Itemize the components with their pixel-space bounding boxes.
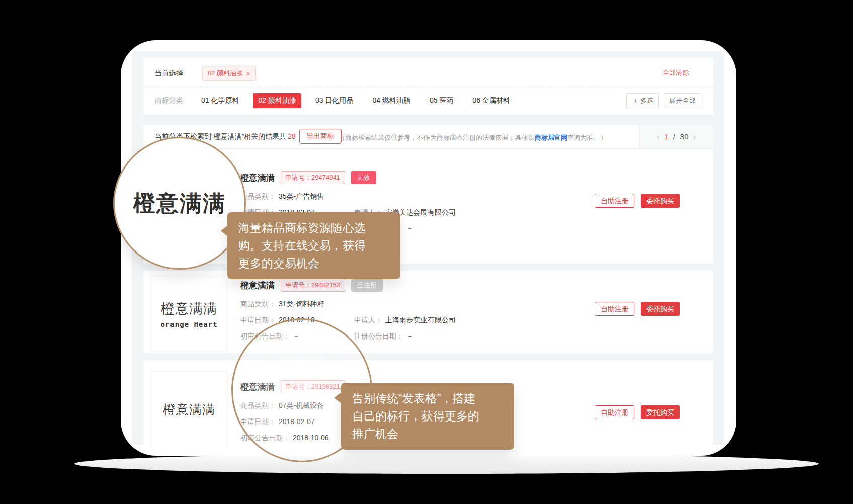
result-row: 橙意满满 orange Heart 橙意满满 申请号：29482153 已注册 … xyxy=(143,271,713,353)
category-item-02-active[interactable]: 02 颜料油漆 xyxy=(253,93,301,108)
window-base-reflection xyxy=(74,454,819,474)
selected-filter-tag[interactable]: 02 颜料油漆 × xyxy=(202,66,256,81)
callout-line: 购。支持在线交易，获得 xyxy=(238,237,389,255)
status-badge: 已注册 xyxy=(351,279,383,292)
callout-line: 海量精品商标资源随心选 xyxy=(238,219,389,237)
multi-select-button[interactable]: ＋ 多选 xyxy=(626,93,659,108)
page-separator: / xyxy=(673,132,675,141)
magnifier-bubble: 橙意满满 xyxy=(113,137,246,270)
trademark-mark-subtext: orange Heart xyxy=(160,320,217,328)
disclaimer-text: （商标检索结果仅供参考，不作为商标能否注册的法律依据；具体以商标局官网查询为准。… xyxy=(338,133,607,142)
trademark-title: 橙意满满 xyxy=(240,172,275,184)
filter-card: 当前选择 02 颜料油漆 × 全部清除 商标分类 01 化学原料 02 颜料油漆… xyxy=(143,58,713,115)
row-actions: 自助注册 委托购买 xyxy=(595,194,680,208)
current-selection-label: 当前选择 xyxy=(155,69,183,78)
page-background: 当前选择 02 颜料油漆 × 全部清除 商标分类 01 化学原料 02 颜料油漆… xyxy=(0,0,853,504)
close-icon[interactable]: × xyxy=(246,70,250,77)
callout-promotion: 告别传统“发表格”，搭建 自己的标行，获得更多的 推广机会 xyxy=(341,383,514,450)
entrust-buy-button[interactable]: 委托购买 xyxy=(641,405,680,419)
magnified-trademark-text: 橙意满满 xyxy=(133,189,226,218)
row-actions: 自助注册 委托购买 xyxy=(595,405,680,419)
callout-marketplace: 海量精品商标资源随心选 购。支持在线交易，获得 更多的交易机会 xyxy=(227,212,400,279)
page-next-icon[interactable]: › xyxy=(693,132,696,141)
application-number-tag: 申请号：29474941 xyxy=(281,171,345,184)
category-row-label: 商标分类 xyxy=(155,96,183,105)
callout-line: 推广机会 xyxy=(352,425,503,443)
current-selection-row: 当前选择 02 颜料油漆 × 全部清除 xyxy=(155,66,701,81)
category-item-03[interactable]: 03 日化用品 xyxy=(310,93,358,108)
trademark-image[interactable]: 橙意满满 orange Heart xyxy=(151,276,227,352)
category-line: 商品类别：31类-饲料种籽 xyxy=(240,299,582,309)
entrust-buy-button[interactable]: 委托购买 xyxy=(641,194,680,208)
row-separator xyxy=(143,353,713,360)
trademark-mark-text: 橙意满满 xyxy=(161,300,217,318)
trademark-mark-text: 橙意满满 xyxy=(163,401,215,418)
selected-filter-tag-label: 02 颜料油漆 xyxy=(208,69,243,78)
category-item-06[interactable]: 06 金属材料 xyxy=(467,93,515,108)
page-total: 30 xyxy=(680,132,689,141)
category-item-05[interactable]: 05 医药 xyxy=(424,93,458,108)
disclaimer-prefix: （商标检索结果仅供参考，不作为商标能否注册的法律依据；具体以 xyxy=(338,134,535,141)
category-item-04[interactable]: 04 燃料油脂 xyxy=(367,93,415,108)
trademark-title: 橙意满满 xyxy=(240,280,275,291)
trademark-image[interactable]: 橙意满满 xyxy=(151,371,227,447)
self-register-button[interactable]: 自助注册 xyxy=(595,302,634,316)
page-current: 1 xyxy=(664,132,668,141)
category-line: 商品类别：35类-广告销售 xyxy=(240,191,582,201)
export-trademark-button[interactable]: 导出商标 xyxy=(299,129,342,144)
callout-line: 自己的标行，获得更多的 xyxy=(352,407,503,425)
trademark-office-link[interactable]: 商标局官网 xyxy=(535,134,567,141)
callout-line: 更多的交易机会 xyxy=(238,255,389,272)
self-register-button[interactable]: 自助注册 xyxy=(595,405,634,419)
results-header: 当前分类下检索到“橙意满满”相关的结果共28 个 导出商标 （商标检索结果仅供参… xyxy=(143,125,713,149)
dashed-divider xyxy=(143,87,713,87)
application-number-tag: 申请号：29482153 xyxy=(281,279,345,292)
category-row: 商标分类 01 化学原料 02 颜料油漆 03 日化用品 04 燃料油脂 05 … xyxy=(155,92,701,109)
category-item-01[interactable]: 01 化学原料 xyxy=(196,93,244,108)
status-badge: 无效 xyxy=(351,171,376,184)
expand-all-button[interactable]: 展开全部 xyxy=(664,93,701,108)
results-count: 28 xyxy=(288,132,296,140)
page-prev-icon[interactable]: ‹ xyxy=(657,132,660,141)
callout-line: 告别传统“发表格”，搭建 xyxy=(352,390,503,407)
row-actions: 自助注册 委托购买 xyxy=(595,302,680,316)
entrust-buy-button[interactable]: 委托购买 xyxy=(641,302,680,316)
disclaimer-suffix: 查询为准。） xyxy=(567,134,607,141)
self-register-button[interactable]: 自助注册 xyxy=(595,194,634,208)
clear-all-button[interactable]: 全部清除 xyxy=(663,68,689,77)
pagination: ‹ 1 / 30 › xyxy=(639,125,713,148)
